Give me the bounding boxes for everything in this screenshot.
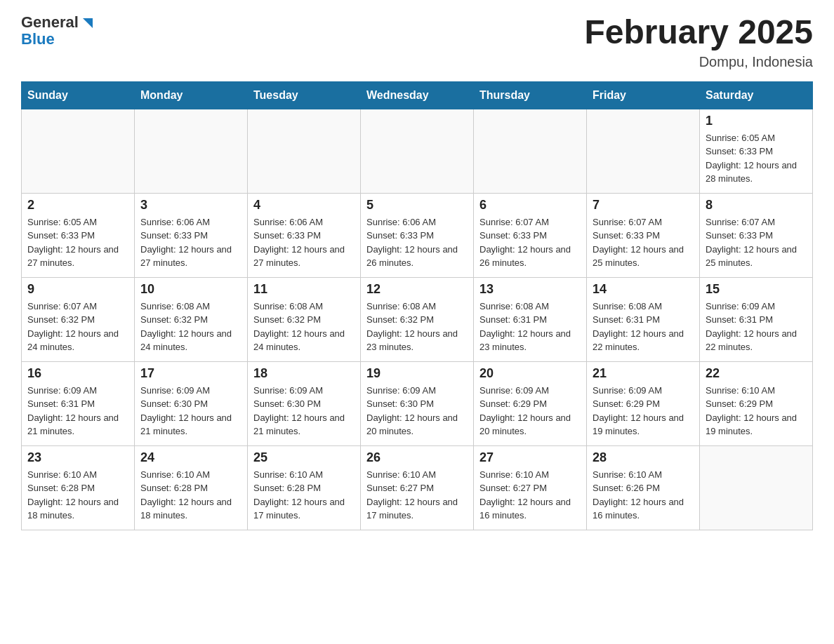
day-info: Sunrise: 6:09 AMSunset: 6:30 PMDaylight:… (253, 384, 355, 438)
calendar-cell: 14Sunrise: 6:08 AMSunset: 6:31 PMDayligh… (587, 277, 700, 361)
calendar-cell: 27Sunrise: 6:10 AMSunset: 6:27 PMDayligh… (474, 445, 587, 530)
day-number: 19 (366, 366, 468, 381)
day-number: 26 (366, 450, 468, 465)
calendar-cell: 4Sunrise: 6:06 AMSunset: 6:33 PMDaylight… (248, 193, 361, 277)
calendar-cell: 22Sunrise: 6:10 AMSunset: 6:29 PMDayligh… (700, 361, 813, 445)
day-number: 1 (706, 114, 807, 128)
calendar-cell: 19Sunrise: 6:09 AMSunset: 6:30 PMDayligh… (361, 361, 474, 445)
calendar-body: 1Sunrise: 6:05 AMSunset: 6:33 PMDaylight… (22, 109, 813, 530)
calendar-cell: 20Sunrise: 6:09 AMSunset: 6:29 PMDayligh… (474, 361, 587, 445)
day-info: Sunrise: 6:10 AMSunset: 6:28 PMDaylight:… (253, 468, 355, 523)
day-number: 17 (140, 366, 241, 381)
logo-general-text: General (21, 14, 79, 31)
day-info: Sunrise: 6:08 AMSunset: 6:31 PMDaylight:… (479, 300, 581, 354)
calendar-cell: 1Sunrise: 6:05 AMSunset: 6:33 PMDaylight… (700, 109, 813, 193)
header-row: SundayMondayTuesdayWednesdayThursdayFrid… (22, 81, 813, 109)
calendar-cell: 10Sunrise: 6:08 AMSunset: 6:32 PMDayligh… (135, 277, 248, 361)
calendar-cell: 13Sunrise: 6:08 AMSunset: 6:31 PMDayligh… (474, 277, 587, 361)
day-info: Sunrise: 6:07 AMSunset: 6:33 PMDaylight:… (593, 215, 694, 270)
day-number: 13 (479, 282, 581, 297)
day-number: 15 (706, 282, 807, 297)
day-number: 18 (253, 366, 355, 381)
day-info: Sunrise: 6:07 AMSunset: 6:33 PMDaylight:… (706, 215, 807, 270)
logo: General Blue (21, 14, 95, 48)
day-number: 14 (593, 282, 694, 297)
calendar-cell (248, 109, 361, 193)
day-number: 10 (140, 282, 241, 297)
location-title: Dompu, Indonesia (584, 54, 813, 70)
day-number: 23 (27, 450, 128, 465)
calendar-cell: 21Sunrise: 6:09 AMSunset: 6:29 PMDayligh… (587, 361, 700, 445)
calendar-week-2: 2Sunrise: 6:05 AMSunset: 6:33 PMDaylight… (22, 193, 813, 277)
day-number: 25 (253, 450, 355, 465)
day-info: Sunrise: 6:09 AMSunset: 6:31 PMDaylight:… (706, 300, 807, 354)
day-number: 6 (479, 198, 581, 213)
calendar-cell: 7Sunrise: 6:07 AMSunset: 6:33 PMDaylight… (587, 193, 700, 277)
logo-arrow-icon (80, 15, 95, 31)
calendar-cell: 6Sunrise: 6:07 AMSunset: 6:33 PMDaylight… (474, 193, 587, 277)
calendar-cell: 25Sunrise: 6:10 AMSunset: 6:28 PMDayligh… (248, 445, 361, 530)
day-info: Sunrise: 6:05 AMSunset: 6:33 PMDaylight:… (706, 131, 807, 186)
header-day-thursday: Thursday (474, 81, 587, 109)
day-info: Sunrise: 6:08 AMSunset: 6:32 PMDaylight:… (140, 300, 241, 354)
month-title: February 2025 (584, 14, 813, 51)
day-number: 27 (479, 450, 581, 465)
day-number: 8 (706, 198, 807, 213)
day-info: Sunrise: 6:10 AMSunset: 6:27 PMDaylight:… (479, 468, 581, 523)
calendar-week-3: 9Sunrise: 6:07 AMSunset: 6:32 PMDaylight… (22, 277, 813, 361)
calendar-table: SundayMondayTuesdayWednesdayThursdayFrid… (21, 81, 813, 530)
day-info: Sunrise: 6:09 AMSunset: 6:29 PMDaylight:… (479, 384, 581, 438)
day-info: Sunrise: 6:07 AMSunset: 6:33 PMDaylight:… (479, 215, 581, 270)
day-number: 7 (593, 198, 694, 213)
header-day-friday: Friday (587, 81, 700, 109)
day-number: 11 (253, 282, 355, 297)
calendar-cell: 3Sunrise: 6:06 AMSunset: 6:33 PMDaylight… (135, 193, 248, 277)
day-info: Sunrise: 6:10 AMSunset: 6:29 PMDaylight:… (706, 384, 807, 438)
day-number: 4 (253, 198, 355, 213)
calendar-cell (135, 109, 248, 193)
calendar-cell: 16Sunrise: 6:09 AMSunset: 6:31 PMDayligh… (22, 361, 135, 445)
day-number: 24 (140, 450, 241, 465)
day-number: 28 (593, 450, 694, 465)
day-info: Sunrise: 6:09 AMSunset: 6:31 PMDaylight:… (27, 384, 128, 438)
calendar-cell: 2Sunrise: 6:05 AMSunset: 6:33 PMDaylight… (22, 193, 135, 277)
day-info: Sunrise: 6:10 AMSunset: 6:26 PMDaylight:… (593, 468, 694, 523)
day-info: Sunrise: 6:09 AMSunset: 6:30 PMDaylight:… (140, 384, 241, 438)
calendar-cell (700, 445, 813, 530)
day-number: 12 (366, 282, 468, 297)
header-day-sunday: Sunday (22, 81, 135, 109)
day-info: Sunrise: 6:08 AMSunset: 6:32 PMDaylight:… (253, 300, 355, 354)
title-area: February 2025 Dompu, Indonesia (584, 14, 813, 70)
day-info: Sunrise: 6:06 AMSunset: 6:33 PMDaylight:… (366, 215, 468, 270)
day-number: 21 (593, 366, 694, 381)
day-info: Sunrise: 6:05 AMSunset: 6:33 PMDaylight:… (27, 215, 128, 270)
calendar-cell: 26Sunrise: 6:10 AMSunset: 6:27 PMDayligh… (361, 445, 474, 530)
calendar-cell (587, 109, 700, 193)
day-number: 9 (27, 282, 128, 297)
calendar-cell: 12Sunrise: 6:08 AMSunset: 6:32 PMDayligh… (361, 277, 474, 361)
day-info: Sunrise: 6:10 AMSunset: 6:28 PMDaylight:… (27, 468, 128, 523)
day-number: 3 (140, 198, 241, 213)
calendar-cell: 5Sunrise: 6:06 AMSunset: 6:33 PMDaylight… (361, 193, 474, 277)
day-number: 16 (27, 366, 128, 381)
logo-blue-text: Blue (21, 30, 55, 48)
page-header: General Blue February 2025 Dompu, Indone… (21, 14, 813, 70)
day-info: Sunrise: 6:08 AMSunset: 6:31 PMDaylight:… (593, 300, 694, 354)
calendar-cell: 17Sunrise: 6:09 AMSunset: 6:30 PMDayligh… (135, 361, 248, 445)
calendar-week-4: 16Sunrise: 6:09 AMSunset: 6:31 PMDayligh… (22, 361, 813, 445)
calendar-week-1: 1Sunrise: 6:05 AMSunset: 6:33 PMDaylight… (22, 109, 813, 193)
calendar-cell: 18Sunrise: 6:09 AMSunset: 6:30 PMDayligh… (248, 361, 361, 445)
day-info: Sunrise: 6:10 AMSunset: 6:27 PMDaylight:… (366, 468, 468, 523)
header-day-tuesday: Tuesday (248, 81, 361, 109)
svg-marker-0 (83, 18, 93, 28)
day-info: Sunrise: 6:06 AMSunset: 6:33 PMDaylight:… (140, 215, 241, 270)
calendar-cell (474, 109, 587, 193)
day-number: 22 (706, 366, 807, 381)
calendar-cell: 9Sunrise: 6:07 AMSunset: 6:32 PMDaylight… (22, 277, 135, 361)
calendar-cell: 24Sunrise: 6:10 AMSunset: 6:28 PMDayligh… (135, 445, 248, 530)
day-info: Sunrise: 6:08 AMSunset: 6:32 PMDaylight:… (366, 300, 468, 354)
calendar-cell (361, 109, 474, 193)
day-number: 5 (366, 198, 468, 213)
header-day-saturday: Saturday (700, 81, 813, 109)
calendar-cell: 15Sunrise: 6:09 AMSunset: 6:31 PMDayligh… (700, 277, 813, 361)
